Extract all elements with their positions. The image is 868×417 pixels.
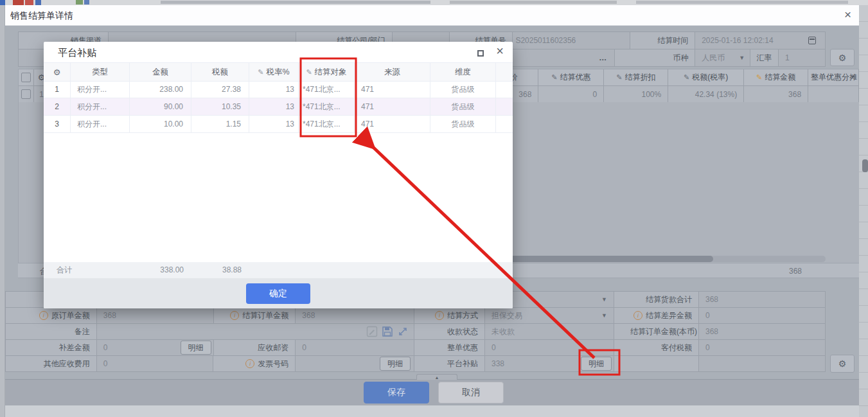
popup-tax-cell: 1.15	[191, 116, 249, 133]
settle-amount-cell[interactable]: 368	[744, 86, 808, 103]
background-app-right-strip	[859, 5, 868, 417]
info-icon: i	[633, 311, 642, 320]
customer-tax-label: 客付税额	[614, 340, 699, 356]
save-icon[interactable]	[382, 326, 393, 337]
top-settings-button[interactable]: ⚙	[830, 49, 855, 66]
popup-settle-target-cell[interactable]: *471北京...	[299, 98, 355, 116]
invoice-no-label: i 发票号码	[213, 356, 296, 372]
settle-diff-label: i 结算差异金额	[614, 308, 699, 324]
select-all-checkbox[interactable]	[21, 73, 31, 82]
info-icon: i	[245, 359, 254, 368]
order-discount-cell	[808, 86, 859, 103]
picker-field[interactable]: …	[513, 49, 615, 67]
popup-minimize-icon[interactable]	[477, 50, 484, 57]
settle-order-amount-cny-label: 结算订单金额(本币)	[614, 324, 699, 340]
calendar-icon[interactable]	[808, 37, 816, 44]
select-all-cell[interactable]	[19, 69, 34, 86]
settle-method-select[interactable]: 担保交易 ▼	[485, 308, 614, 324]
tax-cell[interactable]: 42.34 (13%)	[668, 86, 744, 103]
popup-pad-cell	[496, 81, 513, 98]
bg-red-fragment	[13, 0, 24, 5]
popup-col-tax: 税额	[191, 63, 249, 82]
settle-order-amount-cny-value: 368	[699, 324, 826, 340]
popup-header[interactable]: 平台补贴 ×	[44, 42, 513, 62]
platform-subsidy-popup: 平台补贴 × ⚙ 类型 金额 税额 ✎ 税率% ✎ 结算对象 来源 维度 1 积…	[44, 42, 513, 308]
popup-tax-rate-cell[interactable]: 13	[249, 98, 299, 116]
invoice-detail-button[interactable]: 明细	[380, 357, 411, 371]
settle-rebate-cell[interactable]: 100%	[604, 86, 668, 103]
popup-total-tax: 38.88	[191, 262, 242, 278]
bottom-settings-button[interactable]: ⚙	[830, 355, 855, 373]
pencil-icon: ✎	[616, 73, 622, 82]
currency-select[interactable]: 人民币 ▼	[695, 49, 750, 67]
popup-amount-cell: 238.00	[130, 81, 191, 98]
popup-footer: 确定	[44, 278, 513, 308]
platform-subsidy-detail-button[interactable]: 明细	[581, 357, 612, 371]
settle-goods-total-value: 368	[699, 292, 826, 308]
popup-amount-cell: 90.00	[130, 98, 191, 116]
save-button[interactable]: 保存	[364, 382, 429, 404]
other-fee-label: 其他应收费用	[6, 356, 97, 372]
empty-value	[699, 356, 826, 372]
dialog-titlebar: 销售结算单详情 ×	[5, 5, 859, 26]
gear-icon: ⚙	[53, 67, 61, 77]
pencil-icon: ✎	[306, 68, 312, 76]
remark-input[interactable]	[97, 324, 414, 340]
background-app-bottom-strip	[5, 405, 859, 417]
chevron-down-icon[interactable]: ▼	[601, 296, 607, 303]
popup-col-gear[interactable]: ⚙	[44, 63, 71, 82]
popup-source-cell: 471	[355, 98, 430, 116]
rate-label: 汇率	[750, 49, 779, 67]
popup-source-cell: 471	[355, 116, 430, 133]
popup-amount-cell: 10.00	[130, 116, 191, 133]
popup-settle-target-cell[interactable]: *471北京...	[299, 81, 355, 98]
popup-row-no: 1	[44, 81, 71, 98]
order-discount-value: 0	[485, 340, 614, 356]
row-checkbox[interactable]	[21, 89, 31, 99]
bg-green-fragment	[76, 0, 83, 4]
settle-discount-cell[interactable]: 0	[538, 86, 604, 103]
collapse-arrow-icon: ▲	[435, 375, 439, 380]
col-tax: ✎ 税额(税率)	[668, 69, 744, 86]
orig-order-amount-label: i 原订单金额	[6, 308, 97, 324]
settle-order-amount-label: i 结算订单金额	[214, 308, 296, 324]
popup-dimension-cell: 货品级	[430, 81, 496, 98]
popup-settle-target-cell[interactable]: *471北京...	[299, 116, 355, 133]
chevron-down-icon[interactable]: ▼	[739, 55, 745, 61]
dialog-footer	[5, 379, 859, 405]
collapse-tab[interactable]: ▲	[416, 374, 457, 380]
popup-tax-rate-cell[interactable]: 13	[249, 81, 299, 98]
popup-pad-cell	[496, 116, 513, 133]
popup-table-row: 1 积分开... 238.00 27.38 13 *471北京... 471 货…	[44, 81, 513, 98]
popup-total-label: 合计	[57, 262, 72, 278]
remark-label: 备注	[6, 324, 97, 340]
settle-method-label: i 结算方式	[414, 308, 485, 324]
popup-ok-button[interactable]: 确定	[246, 283, 310, 304]
popup-type-cell: 积分开...	[71, 116, 130, 133]
edit-icon[interactable]	[366, 326, 378, 337]
currency-label: 币种	[615, 49, 695, 67]
settle-time-value: 2025-01-16 12:02:14	[702, 36, 773, 45]
ellipsis-picker-icon[interactable]: …	[599, 53, 607, 62]
popup-total-amount: 338.00	[130, 262, 184, 278]
popup-close-icon[interactable]: ×	[496, 44, 504, 58]
gear-icon: ⚙	[838, 53, 847, 63]
dialog-close-icon[interactable]: ×	[844, 5, 851, 26]
settle-diff-value: 0	[699, 308, 826, 324]
platform-subsidy-value: 338 明细	[485, 356, 614, 372]
cancel-button[interactable]: 取消	[438, 382, 504, 404]
customer-tax-value: 0	[699, 340, 826, 356]
settle-time-field[interactable]: 2025-01-16 12:02:14	[695, 32, 826, 49]
expand-icon[interactable]	[397, 326, 409, 337]
row-select-cell[interactable]	[19, 86, 34, 103]
info-icon: i	[435, 311, 444, 320]
info-icon: i	[39, 311, 48, 320]
background-app-left-strip	[0, 5, 5, 417]
popup-tax-rate-cell[interactable]: 13	[249, 116, 299, 133]
chevron-down-icon[interactable]: ▼	[601, 312, 607, 319]
popup-row-no: 2	[44, 98, 71, 116]
background-scrollbar-thumb[interactable]	[862, 159, 868, 172]
makeup-detail-button[interactable]: 明细	[181, 341, 211, 355]
popup-type-cell: 积分开...	[71, 98, 130, 116]
platform-subsidy-label: 平台补贴	[414, 356, 485, 372]
